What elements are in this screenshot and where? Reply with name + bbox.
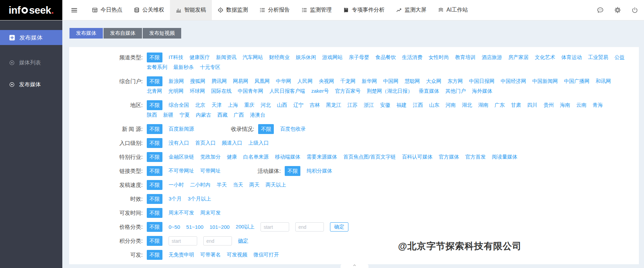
filter-option[interactable]: 河南 (445, 102, 456, 108)
filter-range-input[interactable] (295, 222, 324, 232)
filter-option[interactable]: 中国新闻网 (532, 78, 558, 85)
filter-option-selected[interactable]: 不限 (147, 250, 162, 260)
filter-option[interactable]: 两天 (249, 182, 260, 188)
filter-option-selected[interactable]: 不限 (258, 124, 274, 134)
filter-option[interactable]: 公益 (614, 54, 625, 61)
filter-option[interactable]: 中国日报网 (469, 78, 494, 85)
filter-option[interactable]: 文化艺术 (535, 54, 555, 61)
filter-option[interactable]: 酒店旅游 (482, 54, 502, 61)
filter-option[interactable]: 海外媒体 (472, 88, 492, 94)
nav-item-监测管理[interactable]: 监测管理 (296, 0, 337, 20)
publish-media-button[interactable]: 发布媒体 (0, 30, 62, 45)
filter-option[interactable]: 湖北 (462, 102, 472, 108)
filter-option[interactable]: 金融区块链 (169, 154, 194, 160)
filter-option[interactable]: 半天 (217, 182, 227, 188)
filter-option[interactable]: 中国广播网 (564, 78, 590, 85)
filter-option[interactable]: 健康医疗 (189, 54, 210, 61)
filter-option[interactable]: 3个月以上 (188, 196, 211, 202)
filter-range-input[interactable] (203, 236, 232, 245)
filter-option[interactable]: 教育培训 (455, 54, 475, 61)
nav-item-数据监测[interactable]: 数据监测 (212, 0, 254, 20)
filter-option[interactable]: 四川 (527, 102, 537, 108)
confirm-button[interactable]: 确定 (330, 222, 348, 232)
filter-option[interactable]: 周末可发 (200, 210, 221, 216)
filter-option[interactable]: 没有入口 (169, 140, 189, 146)
nav-item-今日热点[interactable]: 今日热点 (86, 0, 128, 20)
filter-option[interactable]: 福建 (396, 102, 407, 108)
filter-option[interactable]: 百科认可媒体 (402, 154, 433, 160)
filter-option[interactable]: 两天以上 (266, 182, 286, 188)
power-button[interactable] (631, 6, 639, 14)
sidebar-item-发布媒体[interactable]: 发布媒体 (0, 77, 62, 92)
filter-option[interactable]: 浙江 (364, 102, 374, 108)
filter-option[interactable]: 最新秒杀 (173, 64, 194, 71)
filter-option-selected[interactable]: 不限 (147, 236, 162, 246)
filter-option[interactable]: 游戏网站 (322, 54, 343, 61)
filter-option[interactable]: 搜狐网 (190, 78, 205, 85)
filter-option-selected[interactable]: 不限 (147, 180, 162, 190)
filter-option[interactable]: 官方百家号 (335, 88, 361, 94)
filter-option[interactable]: 官方首发 (465, 154, 486, 160)
filter-option[interactable]: 综合全国 (169, 102, 189, 108)
filter-option[interactable]: 吉林 (310, 102, 320, 108)
filter-option[interactable]: 一小时 (169, 182, 184, 188)
filter-option[interactable]: zaker号 (311, 88, 329, 94)
filter-option[interactable]: 上海 (228, 102, 238, 108)
filter-option[interactable]: 阅读量媒体 (492, 154, 517, 160)
filter-option[interactable]: 健康 (227, 154, 237, 160)
filter-option[interactable]: 青海 (593, 102, 603, 108)
nav-item-智能发稿[interactable]: 智能发稿 (170, 0, 212, 20)
filter-option[interactable]: 河北 (261, 102, 271, 108)
filter-option[interactable]: 亲子母婴 (349, 54, 369, 61)
nav-item-AI工作站[interactable]: AI工作站 (432, 0, 474, 20)
filter-option[interactable]: 套餐系列 (147, 64, 167, 71)
filter-option[interactable]: 娱乐休闲 (296, 54, 316, 61)
filter-option[interactable]: 上级入口 (248, 140, 269, 146)
filter-option[interactable]: 港澳台 (250, 112, 265, 118)
filter-option[interactable]: 首页焦点图/首页文字链 (343, 154, 396, 160)
filter-option[interactable]: 纯积分媒体 (307, 168, 332, 174)
filter-option[interactable]: 汽车网站 (242, 54, 263, 61)
filter-option[interactable]: 腾讯网 (211, 78, 227, 85)
filter-option[interactable]: 可带署名 (200, 252, 221, 258)
filter-option[interactable]: 大众网 (426, 78, 441, 85)
filter-option-selected[interactable]: 不限 (147, 53, 162, 62)
filter-option[interactable]: 荆楚网（湖北日报） (367, 88, 413, 94)
filter-option[interactable]: 中国经济网 (501, 78, 526, 85)
menu-toggle-button[interactable] (62, 0, 86, 20)
filter-option[interactable]: 江西 (413, 102, 423, 108)
filter-option[interactable]: 人民日报客户端 (269, 88, 305, 94)
filter-option-selected[interactable]: 不限 (147, 138, 162, 148)
filter-option[interactable]: 当天 (233, 182, 243, 188)
filter-option[interactable]: IT科技 (169, 54, 183, 61)
filter-option[interactable]: 二小时内 (190, 182, 210, 188)
filter-option-selected[interactable]: 不限 (147, 222, 162, 232)
filter-option[interactable]: 安徽 (380, 102, 390, 108)
filter-option[interactable]: 重庆 (244, 102, 254, 108)
filter-range-input[interactable] (169, 236, 197, 245)
filter-option[interactable]: 3个月 (169, 196, 182, 202)
filter-option[interactable]: 内蒙古 (196, 112, 211, 118)
gear-button[interactable] (614, 6, 622, 14)
filter-option[interactable]: 辽宁 (293, 102, 303, 108)
filter-option[interactable]: 北青网 (147, 88, 162, 94)
filter-option-selected[interactable]: 不限 (147, 124, 162, 134)
filter-option[interactable]: 广东 (494, 102, 505, 108)
nav-item-监测大屏[interactable]: 监测大屏 (390, 0, 432, 20)
filter-option-selected[interactable]: 不限 (285, 166, 300, 176)
filter-option[interactable]: 千龙网 (340, 78, 356, 85)
filter-option[interactable]: 光明网 (168, 88, 184, 94)
filter-option-selected[interactable]: 不限 (147, 76, 162, 86)
filter-option[interactable]: 海南 (560, 102, 570, 108)
filter-option[interactable]: 中国网 (383, 78, 398, 85)
filter-option[interactable]: 白名单来源 (243, 154, 269, 160)
filter-range-input[interactable] (261, 222, 289, 232)
filter-option[interactable]: 凤凰网 (254, 78, 270, 85)
filter-option[interactable]: 央视网 (319, 78, 334, 85)
filter-option[interactable]: 其他门户 (445, 88, 466, 94)
filter-option[interactable]: 女性时尚 (428, 54, 449, 61)
filter-option[interactable]: 垂直媒体 (419, 88, 439, 94)
filter-option[interactable]: 慧聪网 (405, 78, 420, 85)
confirm-button[interactable]: 确定 (238, 236, 248, 245)
tab-发布自媒体[interactable]: 发布自媒体 (104, 28, 142, 39)
